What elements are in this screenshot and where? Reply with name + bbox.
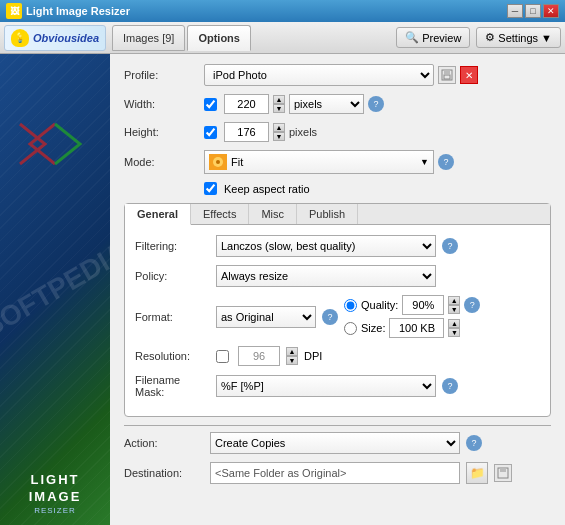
svg-point-6 [216, 160, 220, 164]
title-bar-left: 🖼 Light Image Resizer [6, 3, 130, 19]
width-help-icon[interactable]: ? [368, 96, 384, 112]
mode-select[interactable]: Fit ▼ [204, 150, 434, 174]
profile-label: Profile: [124, 69, 204, 81]
profile-controls: iPod Photo ✕ [204, 64, 478, 86]
filtering-select[interactable]: Lanczos (slow, best quality) [216, 235, 436, 257]
settings-button[interactable]: ⚙ Settings ▼ [476, 27, 561, 48]
policy-label: Policy: [135, 270, 210, 282]
quality-spinner: ▲ ▼ [448, 296, 460, 314]
sidebar-image [10, 114, 90, 174]
main-content: SOFTPEDIA LIGHT IMAGE RESIZER [0, 54, 565, 525]
format-select[interactable]: as Original [216, 306, 316, 328]
width-unit-select[interactable]: pixels percent [289, 94, 364, 114]
destination-label: Destination: [124, 467, 204, 479]
height-row: Height: ▲ ▼ pixels [124, 122, 551, 142]
settings-label: Settings [498, 32, 538, 44]
settings-chevron-icon: ▼ [541, 32, 552, 44]
size-up-button[interactable]: ▲ [448, 319, 460, 328]
height-spinner: ▲ ▼ [273, 123, 285, 141]
tab-misc[interactable]: Misc [249, 204, 297, 224]
mode-value-label: Fit [231, 156, 243, 168]
quality-up-button[interactable]: ▲ [448, 296, 460, 305]
title-bar: 🖼 Light Image Resizer ─ □ ✕ [0, 0, 565, 22]
policy-select[interactable]: Always resize [216, 265, 436, 287]
format-label: Format: [135, 311, 210, 323]
size-input[interactable] [389, 318, 444, 338]
quality-help-icon[interactable]: ? [464, 297, 480, 313]
toolbar: 💡 Obviousidea Images [9] Options 🔍 Previ… [0, 22, 565, 54]
width-up-button[interactable]: ▲ [273, 95, 285, 104]
filename-help-icon[interactable]: ? [442, 378, 458, 394]
logo-bulb-icon: 💡 [11, 29, 29, 47]
keep-aspect-checkbox[interactable] [204, 182, 217, 195]
svg-rect-2 [444, 70, 450, 74]
width-label: Width: [124, 98, 204, 110]
sidebar-logo-line2: IMAGE [29, 489, 82, 506]
size-spinner: ▲ ▼ [448, 319, 460, 337]
action-select[interactable]: Create Copies [210, 432, 460, 454]
logo-text: Obviousidea [33, 32, 99, 44]
images-tab[interactable]: Images [9] [112, 25, 185, 51]
divider [124, 425, 551, 426]
mode-help-icon[interactable]: ? [438, 154, 454, 170]
tab-general[interactable]: General [125, 204, 191, 225]
height-input[interactable] [224, 122, 269, 142]
app-icon: 🖼 [6, 3, 22, 19]
height-up-button[interactable]: ▲ [273, 123, 285, 132]
filename-row: Filename Mask: %F [%P] ? [135, 374, 540, 398]
quality-input[interactable] [402, 295, 444, 315]
action-row: Action: Create Copies ? [124, 432, 551, 454]
save-profile-button[interactable] [438, 66, 456, 84]
preview-icon: 🔍 [405, 31, 419, 44]
size-radio-row: Size: ▲ ▼ [344, 318, 480, 338]
tab-effects[interactable]: Effects [191, 204, 249, 224]
filtering-row: Filtering: Lanczos (slow, best quality) … [135, 235, 540, 257]
filtering-help-icon[interactable]: ? [442, 238, 458, 254]
close-button[interactable]: ✕ [543, 4, 559, 18]
preview-label: Preview [422, 32, 461, 44]
height-down-button[interactable]: ▼ [273, 132, 285, 141]
tab-publish[interactable]: Publish [297, 204, 358, 224]
resolution-up-button[interactable]: ▲ [286, 347, 298, 356]
format-help-icon[interactable]: ? [322, 309, 338, 325]
resolution-checkbox[interactable] [216, 350, 229, 363]
height-checkbox[interactable] [204, 126, 217, 139]
sidebar: SOFTPEDIA LIGHT IMAGE RESIZER [0, 54, 110, 525]
quality-size-group: Quality: ▲ ▼ ? Size: [344, 295, 480, 338]
resolution-input[interactable] [238, 346, 280, 366]
action-label: Action: [124, 437, 204, 449]
svg-rect-8 [500, 468, 506, 472]
height-unit-label: pixels [289, 126, 317, 138]
quality-down-button[interactable]: ▼ [448, 305, 460, 314]
sidebar-logo-line1: LIGHT [29, 472, 82, 489]
keep-aspect-label: Keep aspect ratio [224, 183, 310, 195]
inner-tabs-container: General Effects Misc Publish Filtering: … [124, 203, 551, 417]
quality-radio-row: Quality: ▲ ▼ ? [344, 295, 480, 315]
resolution-label: Resolution: [135, 350, 210, 362]
width-row: Width: ▲ ▼ pixels percent ? [124, 94, 551, 114]
width-checkbox[interactable] [204, 98, 217, 111]
maximize-button[interactable]: □ [525, 4, 541, 18]
delete-profile-button[interactable]: ✕ [460, 66, 478, 84]
tab-general-content: Filtering: Lanczos (slow, best quality) … [125, 225, 550, 416]
preview-button[interactable]: 🔍 Preview [396, 27, 470, 48]
destination-input[interactable] [210, 462, 460, 484]
policy-row: Policy: Always resize [135, 265, 540, 287]
quality-radio[interactable] [344, 299, 357, 312]
save-dest-button[interactable] [494, 464, 512, 482]
height-controls: ▲ ▼ pixels [204, 122, 317, 142]
profile-select[interactable]: iPod Photo [204, 64, 434, 86]
destination-row: Destination: 📁 [124, 462, 551, 484]
sidebar-logo: LIGHT IMAGE RESIZER [29, 472, 82, 515]
action-help-icon[interactable]: ? [466, 435, 482, 451]
minimize-button[interactable]: ─ [507, 4, 523, 18]
width-down-button[interactable]: ▼ [273, 104, 285, 113]
filename-select[interactable]: %F [%P] [216, 375, 436, 397]
resolution-down-button[interactable]: ▼ [286, 356, 298, 365]
size-radio[interactable] [344, 322, 357, 335]
mode-chevron-icon: ▼ [420, 157, 429, 167]
size-down-button[interactable]: ▼ [448, 328, 460, 337]
browse-folder-button[interactable]: 📁 [466, 462, 488, 484]
width-input[interactable] [224, 94, 269, 114]
options-tab[interactable]: Options [187, 25, 251, 51]
